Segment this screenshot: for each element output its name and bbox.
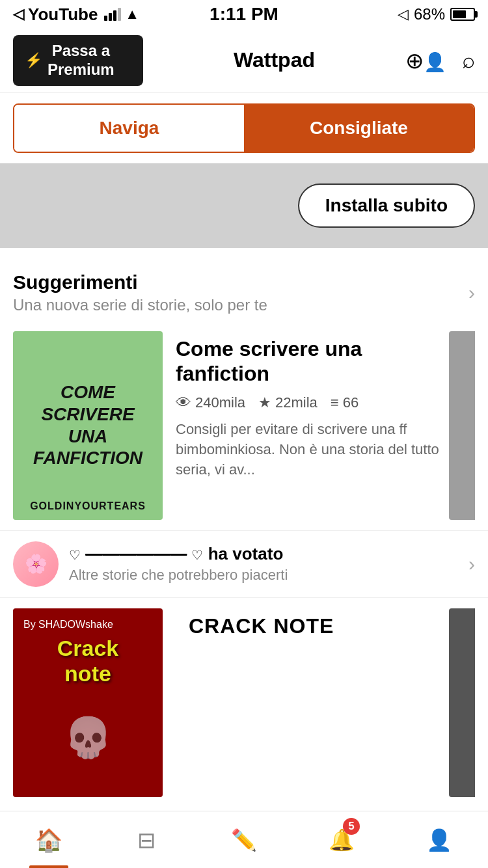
voted-subtitle: Altre storie che potrebbero piacerti: [69, 567, 468, 584]
nav-profile[interactable]: 👤: [390, 811, 488, 868]
lightning-icon: ⚡: [25, 52, 42, 69]
search-icon[interactable]: ⌕: [462, 47, 475, 73]
home-icon: 🏠: [35, 827, 62, 853]
suggerimenti-section: Suggerimenti Una nuova serie di storie, …: [0, 258, 488, 321]
tab-naviga[interactable]: Naviga: [14, 105, 244, 152]
avatar: 🌸: [13, 541, 59, 587]
views-stat: 👁 240mila: [176, 394, 245, 412]
heart-icon-right: ♡: [191, 548, 203, 562]
location-icon: ◁: [398, 6, 409, 23]
nav-notifications[interactable]: 🔔 5: [293, 811, 390, 868]
notification-badge: 5: [343, 818, 360, 835]
section-title: Suggerimenti: [13, 271, 267, 293]
battery-icon: [450, 8, 475, 21]
status-app-name: YouTube: [28, 5, 98, 25]
book-cover2-by: By SHADOWshake: [23, 619, 113, 631]
install-button[interactable]: Installa subito: [298, 183, 475, 228]
book-cover2-img: 💀: [21, 686, 155, 789]
stars-count: 22mila: [275, 394, 318, 411]
book-cover2-title: Cracknote: [57, 636, 119, 686]
battery-percent: 68%: [414, 5, 445, 23]
book-card[interactable]: COMESCRIVEREUNAFANFICTION GOLDINYOURTEAR…: [13, 331, 442, 520]
add-user-icon[interactable]: ⊕👤: [405, 47, 446, 74]
signal-bars-icon: [104, 8, 121, 21]
voted-username: ——————: [85, 544, 187, 563]
status-left: ◁ YouTube ▲: [13, 5, 139, 25]
ad-banner: Installa subito: [0, 163, 488, 248]
voted-action: ha votato: [208, 544, 284, 563]
book-stats: 👁 240mila ★ 22mila ≡ 66: [176, 394, 442, 412]
tab-bar: Naviga Consigliate: [13, 103, 475, 153]
library-icon: ⊟: [137, 827, 156, 853]
next-book-peek: [449, 331, 475, 520]
bottom-nav: 🏠 ⊟ ✏️ 🔔 5 👤: [0, 811, 488, 868]
book-title-2: CRACK NOTE: [189, 614, 442, 638]
section-header: Suggerimenti Una nuova serie di storie, …: [13, 271, 475, 314]
book-cover: COMESCRIVEREUNAFANFICTION GOLDINYOURTEAR…: [13, 331, 163, 520]
heart-icon-left: ♡: [69, 548, 81, 562]
voted-text: ♡ —————— ♡ ha votato Altre storie che po…: [69, 544, 468, 584]
premium-label: Passa a Premium: [47, 42, 115, 79]
app-header: ⚡ Passa a Premium Wattpad ⊕👤 ⌕: [0, 29, 488, 93]
book-description: Consigli per evitare di scrivere una ff …: [176, 420, 442, 480]
nav-home[interactable]: 🏠: [0, 811, 98, 868]
book-card-2[interactable]: By SHADOWshake Cracknote 💀 CRACK NOTE: [13, 608, 442, 797]
chevron-right-voted-icon[interactable]: ›: [468, 553, 475, 575]
nav-active-indicator: [29, 865, 68, 868]
book-cover-2: By SHADOWshake Cracknote 💀: [13, 608, 163, 797]
premium-button[interactable]: ⚡ Passa a Premium: [13, 35, 143, 86]
avatar-image: 🌸: [13, 541, 59, 587]
back-arrow-icon: ◁: [13, 6, 24, 23]
chevron-right-icon[interactable]: ›: [468, 282, 475, 304]
nav-write[interactable]: ✏️: [195, 811, 293, 868]
book-title: Come scrivere una fanfiction: [176, 336, 442, 387]
book-cover-text: COMESCRIVEREUNAFANFICTION: [23, 371, 153, 479]
next-book-peek-2: [449, 608, 475, 797]
write-icon: ✏️: [231, 828, 257, 852]
voted-section[interactable]: 🌸 ♡ —————— ♡ ha votato Altre storie che …: [0, 530, 488, 598]
chapters-count: 66: [343, 394, 359, 411]
book-info-2: CRACK NOTE: [189, 608, 442, 797]
app-title: Wattpad: [143, 48, 405, 72]
book-info: Come scrivere una fanfiction 👁 240mila ★…: [176, 331, 442, 520]
books-list: COMESCRIVEREUNAFANFICTION GOLDINYOURTEAR…: [0, 321, 488, 530]
header-actions: ⊕👤 ⌕: [405, 47, 475, 74]
star-icon: ★: [258, 394, 271, 411]
tab-consigliate[interactable]: Consigliate: [244, 105, 474, 152]
status-right: ◁ 68%: [398, 5, 475, 23]
stars-stat: ★ 22mila: [258, 394, 318, 411]
nav-library[interactable]: ⊟: [98, 811, 195, 868]
status-time: 1:11 PM: [210, 4, 278, 25]
voted-line: ♡ —————— ♡ ha votato: [69, 544, 468, 564]
books-list-2: By SHADOWshake Cracknote 💀 CRACK NOTE: [0, 598, 488, 807]
chapters-stat: ≡ 66: [331, 394, 359, 411]
section-subtitle: Una nuova serie di storie, solo per te: [13, 296, 267, 314]
book-cover-author: GOLDINYOURTEARS: [30, 500, 146, 512]
chapters-icon: ≡: [331, 394, 339, 411]
profile-icon: 👤: [426, 828, 452, 852]
status-bar: ◁ YouTube ▲ 1:11 PM ◁ 68%: [0, 0, 488, 29]
views-count: 240mila: [195, 394, 245, 411]
eye-icon: 👁: [176, 394, 191, 412]
wifi-icon: ▲: [125, 6, 139, 23]
